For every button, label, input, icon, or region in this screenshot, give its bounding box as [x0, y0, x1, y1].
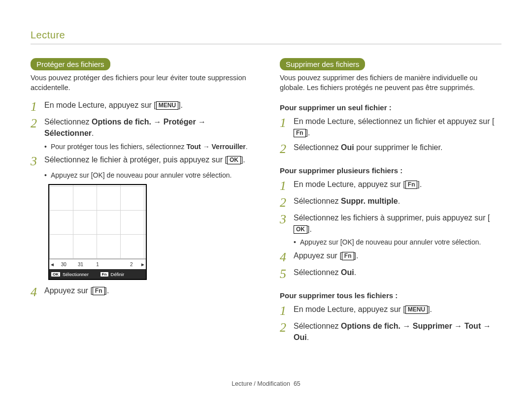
step-number: 1 [280, 179, 294, 192]
key-box: MENU [405, 306, 428, 314]
footer-section: Lecture / Modification [232, 380, 290, 387]
sec2-step-4: 4 Appuyez sur [Fn]. [280, 250, 501, 264]
sec1-step-1: 1 En mode Lecture, sélectionnez un fichi… [280, 116, 501, 138]
step-number: 2 [280, 195, 294, 209]
step-3: 3 Sélectionnez le fichier à protéger, pu… [31, 154, 252, 168]
protect-pill: Protéger des fichiers [31, 58, 110, 70]
delete-all-head: Pour supprimer tous les fichiers : [280, 291, 501, 300]
step-number: 3 [31, 154, 44, 168]
fn-label: Définir [111, 272, 124, 277]
fn-key-icon: Fn [100, 272, 108, 277]
sec2-step-2: 2 Sélectionnez Suppr. multiple. [280, 195, 501, 209]
step-number: 3 [280, 212, 294, 226]
ok-label: Sélectionner [63, 272, 89, 277]
screen-bottom-bar: OK Sélectionner Fn Définir [49, 269, 146, 279]
step-body: En mode Lecture, appuyez sur [Fn]. [294, 179, 501, 190]
step-2: 2 Sélectionnez Options de fich. → Protég… [31, 116, 252, 139]
step-body: En mode Lecture, appuyez sur [MENU]. [44, 99, 252, 111]
step-number: 1 [31, 99, 44, 113]
step-body: Sélectionnez Options de fich. → Protéger… [44, 116, 252, 139]
step-number: 1 [280, 116, 294, 129]
key-box: MENU [156, 101, 178, 110]
step-body: Appuyez sur [Fn]. [294, 250, 501, 261]
left-arrow-icon: ◄ [49, 262, 55, 267]
step-number: 1 [280, 304, 294, 317]
sec3-step-1: 1 En mode Lecture, appuyez sur [MENU]. [280, 304, 501, 317]
key-box: Fn [93, 287, 105, 295]
step-body: Appuyez sur [Fn]. [44, 285, 252, 296]
step-body: Sélectionnez le fichier à protéger, puis… [44, 154, 252, 165]
manual-page: Lecture Protéger des fichiers Vous pouve… [0, 0, 532, 401]
key-box: Fn [294, 129, 306, 137]
key-box: OK [342, 238, 352, 246]
right-column: Supprimer des fichiers Vous pouvez suppr… [280, 58, 501, 346]
sec2-step-3: 3 Sélectionnez les fichiers à supprimer,… [280, 212, 501, 235]
step-number: 2 [280, 142, 294, 155]
sec2-step-5: 5 Sélectionnez Oui. [280, 267, 501, 280]
step-number: 2 [280, 320, 294, 334]
key-box: Fn [405, 181, 418, 189]
step-number: 5 [280, 267, 294, 280]
step-3-bullet: Appuyez sur [OK] de nouveau pour annuler… [44, 171, 252, 180]
thumbnail-grid [49, 185, 146, 259]
left-column: Protéger des fichiers Vous pouvez protég… [31, 58, 252, 346]
step-2-bullet: Pour protéger tous les fichiers, sélecti… [44, 142, 252, 152]
day-cell: 2 [123, 262, 140, 267]
delete-multi-head: Pour supprimer plusieurs fichiers : [280, 166, 501, 175]
sec2-step-3-bullet: Appuyez sur [OK] de nouveau pour annuler… [294, 238, 501, 247]
key-box: OK [294, 225, 307, 234]
key-box: OK [227, 156, 241, 164]
step-body: Sélectionnez Oui. [294, 267, 501, 278]
day-cell: 31 [72, 262, 89, 267]
step-body: Sélectionnez les fichiers à supprimer, p… [294, 212, 501, 235]
ok-key-icon: OK [51, 272, 60, 277]
right-arrow-icon: ► [140, 262, 146, 267]
delete-intro: Vous pouvez supprimer des fichiers de ma… [280, 73, 501, 93]
key-box: OK [93, 171, 103, 179]
sec1-step-2: 2 Sélectionnez Oui pour supprimer le fic… [280, 142, 501, 155]
page-footer: Lecture / Modification 65 [0, 380, 532, 387]
step-1: 1 En mode Lecture, appuyez sur [MENU]. [31, 99, 252, 113]
step-body: En mode Lecture, appuyez sur [MENU]. [294, 304, 501, 315]
step-body: Sélectionnez Suppr. multiple. [294, 195, 501, 207]
calendar-strip: ◄ 30 31 1 2 ► [49, 259, 146, 269]
protect-intro: Vous pouvez protéger des fichiers pour l… [31, 73, 252, 93]
footer-page: 65 [294, 380, 300, 387]
step-number: 4 [31, 285, 44, 299]
step-body: Sélectionnez Options de fich. → Supprime… [294, 320, 501, 343]
delete-pill: Supprimer des fichiers [280, 58, 365, 70]
day-cell: 30 [55, 262, 72, 267]
sec3-step-2: 2 Sélectionnez Options de fich. → Suppri… [280, 320, 501, 343]
sec2-step-1: 1 En mode Lecture, appuyez sur [Fn]. [280, 179, 501, 192]
step-body: Sélectionnez Oui pour supprimer le fichi… [294, 142, 501, 153]
step-number: 4 [280, 250, 294, 264]
step-body: En mode Lecture, sélectionnez un fichier… [294, 116, 501, 138]
two-column-layout: Protéger des fichiers Vous pouvez protég… [31, 58, 501, 346]
page-header: Lecture [31, 30, 501, 44]
delete-one-head: Pour supprimer un seul fichier : [280, 103, 501, 112]
step-number: 2 [31, 116, 44, 130]
day-cell: 1 [89, 262, 106, 267]
key-box: Fn [342, 252, 354, 260]
step-4: 4 Appuyez sur [Fn]. [31, 285, 252, 299]
camera-screen-figure: ◄ 30 31 1 2 ► OK Sélectionner Fn Définir [48, 184, 147, 280]
